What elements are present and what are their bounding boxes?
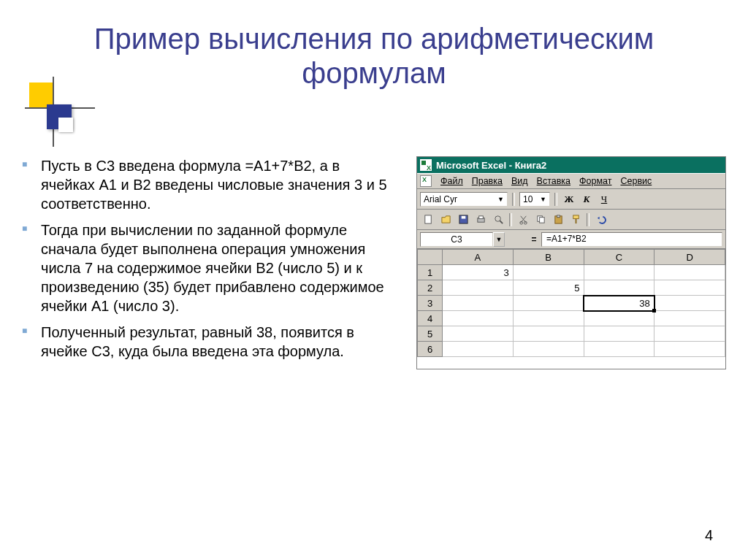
cell-b6[interactable] [513,342,584,357]
row-header-4[interactable]: 4 [418,311,443,326]
cell-a4[interactable] [443,311,514,326]
menu-edit[interactable]: Правка [472,176,503,186]
undo-button[interactable] [592,212,608,227]
cell-c5[interactable] [584,326,654,342]
separator [587,213,589,226]
excel-screenshot: Microsoft Excel - Книга2 Файл Правка Вид… [416,156,726,369]
cell-d3[interactable] [654,296,725,311]
copy-button[interactable] [533,212,549,227]
font-size-select[interactable]: 10 ▼ [519,192,550,207]
menu-tools[interactable]: Сервис [620,176,652,186]
svg-line-6 [500,221,503,224]
cell-c2[interactable] [584,280,654,296]
page-number: 4 [705,527,713,544]
equals-label: = [527,234,541,245]
svg-rect-0 [424,215,430,223]
font-name-value: Arial Cyr [424,194,457,204]
svg-rect-13 [573,215,579,219]
formula-input[interactable]: =A1+7*B2 [541,232,722,247]
dropdown-icon: ▼ [540,196,546,203]
cell-b4[interactable] [513,311,584,326]
font-size-value: 10 [523,194,533,204]
row-header-5[interactable]: 5 [418,326,443,342]
svg-point-5 [495,216,500,222]
cell-a3[interactable] [443,296,514,311]
cell-d1[interactable] [654,265,725,280]
cell-c1[interactable] [584,265,654,280]
menu-bar: Файл Правка Вид Вставка Формат Сервис [417,173,725,189]
svg-rect-4 [478,216,483,219]
menu-view[interactable]: Вид [511,176,528,186]
select-all-corner[interactable] [418,250,443,265]
svg-rect-10 [539,218,544,223]
bullet-item: Полученный результат, равный 38, появитс… [22,323,394,361]
format-painter-button[interactable] [568,212,584,227]
format-toolbar: Arial Cyr ▼ 10 ▼ Ж К Ч [417,189,725,210]
cell-d4[interactable] [654,311,725,326]
bullet-item: Пусть в С3 введена формула =А1+7*В2, а в… [22,156,394,213]
font-name-select[interactable]: Arial Cyr ▼ [420,192,508,207]
preview-button[interactable] [490,212,506,227]
svg-rect-2 [461,216,465,219]
formula-bar: C3 ▼ = =A1+7*B2 [417,230,725,249]
slide-title: Пример вычисления по арифметическим форм… [51,22,697,91]
cell-a6[interactable] [443,342,514,357]
open-button[interactable] [438,212,454,227]
cell-b3[interactable] [513,296,584,311]
svg-rect-14 [575,219,576,224]
cell-b1[interactable] [513,265,584,280]
cell-a1[interactable]: 3 [443,265,514,280]
col-header-b[interactable]: B [513,250,584,265]
separator [554,193,557,206]
cell-d6[interactable] [654,342,725,357]
bold-button[interactable]: Ж [562,193,576,206]
separator [512,193,515,206]
menu-file[interactable]: Файл [440,176,463,186]
menu-insert[interactable]: Вставка [537,176,570,186]
cell-c3[interactable]: 38 [584,296,654,311]
cell-c4[interactable] [584,311,654,326]
titlebar: Microsoft Excel - Книга2 [417,157,725,173]
name-box[interactable]: C3 [420,232,493,247]
underline-button[interactable]: Ч [597,193,611,206]
cell-d2[interactable] [654,280,725,296]
row-header-2[interactable]: 2 [418,280,443,296]
cell-a5[interactable] [443,326,514,342]
standard-toolbar [417,210,725,230]
titlebar-text: Microsoft Excel - Книга2 [436,160,546,171]
row-header-6[interactable]: 6 [418,342,443,357]
col-header-a[interactable]: A [443,250,514,265]
row-header-3[interactable]: 3 [418,296,443,311]
col-header-c[interactable]: C [584,250,654,265]
document-icon [420,175,432,187]
separator [509,213,512,226]
col-header-d[interactable]: D [654,250,725,265]
bullet-item: Тогда при вычислении по заданной формуле… [22,220,394,315]
cell-a2[interactable] [443,280,514,296]
cell-c6[interactable] [584,342,654,357]
cell-d5[interactable] [654,326,725,342]
bullet-list: Пусть в С3 введена формула =А1+7*В2, а в… [22,156,394,369]
menu-format[interactable]: Формат [579,176,611,186]
name-box-dropdown[interactable]: ▼ [493,232,505,247]
dropdown-icon: ▼ [497,196,504,203]
worksheet: A B C D 1 3 2 5 [417,249,725,357]
new-button[interactable] [420,212,436,227]
cell-b5[interactable] [513,326,584,342]
svg-rect-12 [557,215,560,218]
row-header-1[interactable]: 1 [418,265,443,280]
print-button[interactable] [473,212,489,227]
excel-app-icon [420,159,432,171]
cut-button[interactable] [515,212,531,227]
italic-button[interactable]: К [579,193,594,206]
paste-button[interactable] [550,212,566,227]
save-button[interactable] [455,212,471,227]
cell-b2[interactable]: 5 [513,280,584,296]
